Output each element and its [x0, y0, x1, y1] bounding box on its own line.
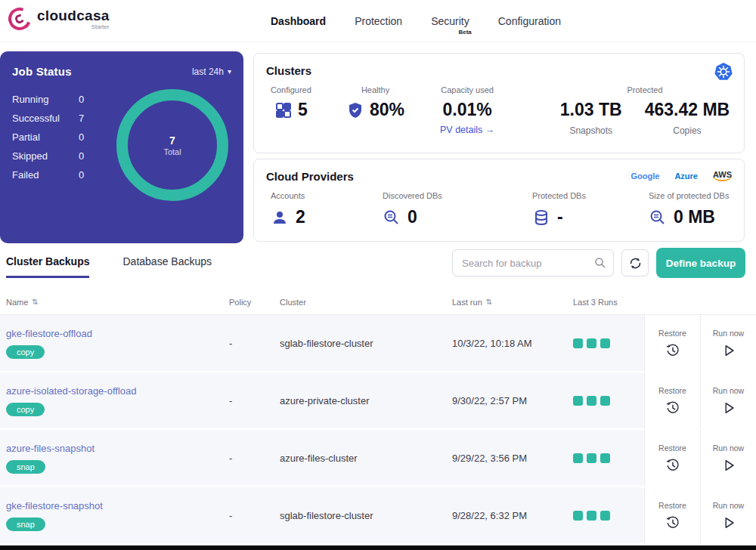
- policy-cell: -: [229, 453, 280, 464]
- stat-capacity-used: Capacity used 0.01% PV details →: [440, 85, 494, 135]
- backup-search: [452, 249, 614, 277]
- nav-protection[interactable]: Protection: [355, 15, 402, 27]
- donut-total: 7: [169, 134, 175, 147]
- configured-value: 5: [298, 100, 308, 120]
- nav-dashboard[interactable]: Dashboard: [271, 15, 326, 27]
- backup-name-link[interactable]: gke-filestore-offload: [6, 328, 92, 339]
- col-name[interactable]: Name⇅: [6, 298, 229, 307]
- run-now-action[interactable]: Run now: [700, 487, 756, 543]
- restore-icon[interactable]: [665, 458, 680, 473]
- stat-protected-dbs: Protected DBs -: [532, 191, 586, 227]
- copies-value: 463.42 MB: [645, 100, 730, 120]
- restore-icon[interactable]: [665, 400, 680, 416]
- col-last-run[interactable]: Last run⇅: [452, 298, 573, 307]
- backup-name-link[interactable]: gke-filestore-snapshot: [6, 500, 103, 511]
- run-now-action[interactable]: Run now: [700, 372, 756, 428]
- job-status-value: 7: [79, 113, 84, 124]
- protected-dbs-value: -: [557, 207, 563, 227]
- time-range-dropdown[interactable]: last 24h ▾: [192, 66, 231, 77]
- nav-configuration[interactable]: Configuration: [498, 15, 561, 27]
- sort-icon[interactable]: ⇅: [486, 298, 492, 306]
- shield-check-icon: [346, 101, 364, 119]
- run-now-label: Run now: [713, 443, 744, 453]
- restore-action[interactable]: Restore: [645, 487, 700, 543]
- run-status-square: [600, 511, 610, 521]
- name-cell: gke-filestore-offload copy: [6, 328, 229, 359]
- restore-action[interactable]: Restore: [645, 372, 700, 428]
- last-3-runs-indicator: [573, 453, 644, 463]
- run-now-label: Run now: [713, 329, 744, 338]
- database-icon: [532, 209, 550, 227]
- tab-cluster-backups[interactable]: Cluster Backups: [6, 255, 89, 278]
- restore-icon[interactable]: [665, 515, 680, 530]
- run-now-icon[interactable]: [721, 458, 736, 473]
- kubernetes-icon[interactable]: [714, 62, 733, 82]
- last-run-cell: 9/29/22, 3:56 PM: [452, 453, 573, 464]
- name-cell: azure-isolated-storage-offload copy: [6, 385, 229, 416]
- pv-details-link[interactable]: PV details →: [440, 125, 494, 135]
- accounts-label: Accounts: [271, 191, 305, 200]
- job-status-value: 0: [79, 94, 84, 105]
- search-icon[interactable]: [593, 256, 607, 270]
- last-3-runs-indicator: [573, 338, 644, 348]
- run-now-icon[interactable]: [721, 343, 736, 358]
- brand-name: cloudcasa: [37, 8, 110, 24]
- run-status-square: [587, 453, 596, 463]
- job-status-label: Successful: [12, 113, 79, 124]
- job-status-label: Failed: [12, 169, 79, 181]
- table-row[interactable]: azure-isolated-storage-offload copy - az…: [0, 372, 756, 430]
- restore-icon[interactable]: [665, 343, 680, 358]
- job-status-title: Job Status: [12, 65, 72, 78]
- restore-label: Restore: [658, 329, 686, 338]
- backup-type-badge: snap: [6, 518, 45, 531]
- restore-label: Restore: [658, 386, 686, 395]
- cluster-cell: sglab-filestore-cluster: [280, 510, 452, 521]
- stat-configured: Configured 5: [271, 85, 311, 120]
- sort-icon[interactable]: ⇅: [32, 298, 38, 306]
- last-run-cell: 9/28/22, 6:32 PM: [452, 510, 573, 521]
- run-now-icon[interactable]: [721, 515, 736, 530]
- run-now-action[interactable]: Run now: [700, 315, 756, 371]
- backup-name-link[interactable]: azure-files-snapshot: [6, 443, 94, 454]
- refresh-button[interactable]: [621, 249, 649, 277]
- backup-name-link[interactable]: azure-isolated-storage-offload: [6, 385, 136, 397]
- cluster-cell: azure-private-cluster: [280, 395, 452, 406]
- name-cell: azure-files-snapshot snap: [6, 443, 229, 474]
- run-status-square: [573, 453, 583, 463]
- clusters-title: Clusters: [266, 64, 311, 77]
- google-cloud-logo[interactable]: Google: [631, 171, 659, 181]
- table-row[interactable]: gke-filestore-offload copy - sglab-files…: [0, 315, 756, 372]
- run-status-square: [600, 453, 610, 463]
- copies-label: Copies: [673, 125, 701, 136]
- last-run-cell: 9/30/22, 2:57 PM: [452, 395, 573, 406]
- clusters-card: Clusters Configured 5 Healthy 80% Capaci…: [253, 53, 745, 153]
- restore-action[interactable]: Restore: [645, 430, 700, 486]
- brand[interactable]: cloudcasa Starter: [8, 7, 110, 31]
- restore-action[interactable]: Restore: [645, 315, 700, 371]
- run-status-square: [587, 511, 596, 521]
- job-status-row: Successful7: [12, 109, 116, 128]
- job-status-row: Failed0: [12, 165, 116, 184]
- job-status-row: Partial0: [12, 128, 116, 147]
- name-cell: gke-filestore-snapshot snap: [6, 500, 229, 531]
- backups-table: gke-filestore-offload copy - sglab-files…: [0, 315, 756, 545]
- col-last-3-runs: Last 3 Runs: [573, 298, 644, 307]
- run-now-icon[interactable]: [721, 400, 736, 416]
- search-input[interactable]: [452, 249, 614, 277]
- policy-cell: -: [229, 395, 280, 406]
- azure-logo[interactable]: Azure: [674, 171, 698, 181]
- donut-total-label: Total: [163, 147, 181, 156]
- table-row[interactable]: gke-filestore-snapshot snap - sglab-file…: [0, 487, 756, 545]
- define-backup-button[interactable]: Define backup: [656, 248, 745, 278]
- policy-cell: -: [229, 510, 280, 521]
- cluster-cell: sglab-filestore-cluster: [280, 338, 452, 349]
- tab-database-backups[interactable]: Database Backups: [122, 255, 212, 278]
- job-donut-chart: 7 Total: [116, 89, 228, 201]
- aws-logo[interactable]: AWS: [713, 170, 732, 181]
- nav-security[interactable]: Security: [431, 15, 469, 27]
- run-now-action[interactable]: Run now: [700, 430, 756, 486]
- run-status-square: [587, 338, 596, 348]
- table-row[interactable]: azure-files-snapshot snap - azure-files-…: [0, 430, 756, 487]
- protected-label: Protected: [627, 85, 662, 94]
- restore-label: Restore: [658, 443, 686, 453]
